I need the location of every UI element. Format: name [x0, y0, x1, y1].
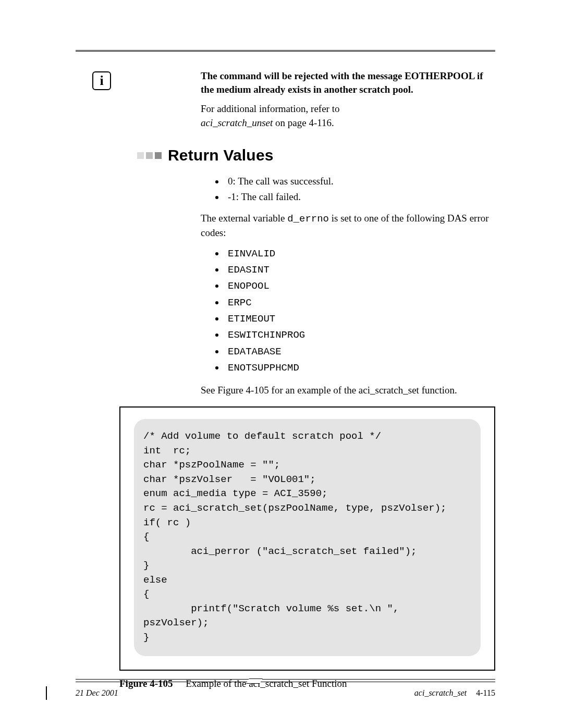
info-icon: i	[92, 71, 111, 90]
change-bar	[46, 686, 47, 700]
error-code: ENOTSUPPHCMD	[228, 362, 299, 374]
note-additional: For additional information, refer to aci…	[201, 102, 490, 130]
errno-pre: The external variable	[201, 213, 287, 224]
figure-frame: /* Add volume to default scratch pool */…	[119, 406, 495, 671]
error-code-list: EINVALID EDASINT ENOPOOL ERPC ETIMEOUT E…	[201, 245, 490, 376]
list-item: 0: The call was successful.	[225, 174, 490, 189]
error-code: EDATABASE	[228, 346, 282, 357]
error-code: ERPC	[228, 297, 252, 309]
list-item: ENOTSUPPHCMD	[225, 360, 490, 376]
list-item: ENOPOOL	[225, 278, 490, 294]
cross-reference-tail: on page 4-116.	[273, 117, 334, 128]
list-item: ERPC	[225, 294, 490, 311]
error-code: ESWITCHINPROG	[228, 329, 305, 341]
footer-date: 21 Dec 2001	[76, 688, 118, 698]
errno-paragraph: The external variable d_errno is set to …	[201, 212, 490, 240]
list-item: EINVALID	[225, 245, 490, 262]
list-item: ETIMEOUT	[225, 311, 490, 327]
footer-page-number: 4-115	[476, 688, 495, 697]
error-code: ENOPOOL	[228, 280, 270, 292]
errno-var: d_errno	[287, 213, 329, 225]
bottom-rule	[76, 679, 495, 682]
content-area: i The command will be rejected with the …	[76, 69, 495, 689]
note-block: The command will be rejected with the me…	[201, 69, 490, 130]
top-rule	[76, 50, 495, 52]
list-item: EDATABASE	[225, 343, 490, 360]
error-code: EDASINT	[228, 264, 270, 276]
error-code: EINVALID	[228, 248, 275, 260]
code-example: /* Add volume to default scratch pool */…	[134, 419, 481, 656]
list-item: -1: The call failed.	[225, 189, 490, 204]
list-item: EDASINT	[225, 262, 490, 278]
cross-reference: aci_scratch_unset	[201, 117, 273, 128]
section-marker-icon	[137, 152, 162, 159]
page: i The command will be rejected with the …	[0, 0, 563, 728]
note-warning: The command will be rejected with the me…	[201, 69, 490, 96]
footer-right: aci_scratch_set 4-115	[414, 688, 495, 698]
see-figure: See Figure 4-105 for an example of the a…	[201, 384, 490, 398]
section-title: Return Values	[168, 146, 274, 164]
footer-title: aci_scratch_set	[414, 688, 467, 697]
section-heading-row: Return Values	[137, 146, 495, 164]
list-item: ESWITCHINPROG	[225, 327, 490, 343]
note-additional-text: For additional information, refer to	[201, 103, 339, 114]
error-code: ETIMEOUT	[228, 313, 275, 325]
return-list: 0: The call was successful. -1: The call…	[201, 174, 490, 204]
page-footer: 21 Dec 2001 aci_scratch_set 4-115	[76, 688, 495, 698]
return-values-block: 0: The call was successful. -1: The call…	[201, 174, 490, 397]
